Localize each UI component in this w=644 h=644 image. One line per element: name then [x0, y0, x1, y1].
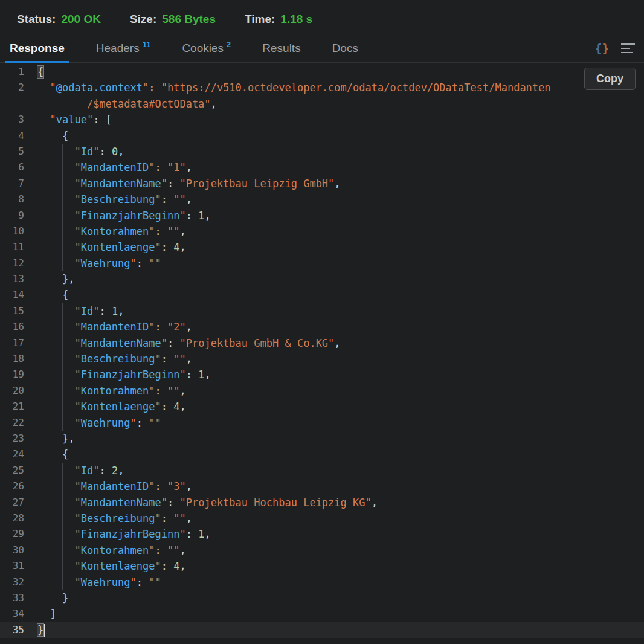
line-number: 26	[0, 478, 24, 494]
code-line: "MandantenID": "3",	[37, 478, 192, 494]
text-cursor	[44, 624, 45, 637]
status-label: Status:	[17, 13, 56, 25]
brace-left: {	[595, 42, 602, 55]
code-row: 27 "MandantenName": "Projektbau Hochbau …	[0, 495, 644, 510]
code-line: "Kontorahmen": "",	[37, 543, 186, 558]
line-number: 3	[0, 112, 24, 127]
line-number: 27	[0, 495, 24, 510]
code-line: "Beschreibung": "",	[37, 351, 192, 367]
line-number: 12	[0, 256, 24, 271]
code-line: {	[37, 64, 43, 80]
code-row: 33 }	[0, 590, 644, 606]
indent-guide	[62, 303, 63, 319]
line-number: 28	[0, 510, 24, 526]
copy-button[interactable]: Copy	[584, 68, 636, 90]
code-line: {	[37, 128, 68, 144]
code-area: 1{2 "@odata.context": "https://v510.octd…	[0, 64, 644, 638]
code-line: "MandantenID": "2",	[37, 319, 192, 335]
code-row: 12 "Waehrung": ""	[0, 256, 644, 271]
code-line: },	[37, 271, 74, 287]
code-row: 16 "MandantenID": "2",	[0, 319, 644, 335]
indent-guide	[62, 383, 63, 399]
indent-guide	[62, 224, 63, 239]
tab-docs[interactable]: Docs	[330, 35, 361, 62]
tab-results[interactable]: Results	[260, 35, 303, 62]
code-line: "Id": 1,	[37, 303, 124, 319]
tab-headers[interactable]: Headers 11	[94, 35, 153, 62]
code-row: 8 "Beschreibung": "",	[0, 192, 644, 207]
line-number: 24	[0, 446, 24, 462]
code-line: "Beschreibung": "",	[37, 510, 192, 526]
code-row: 4 {	[0, 128, 644, 144]
response-time: Time:1.18 s	[245, 13, 312, 26]
line-number: 35	[0, 622, 24, 638]
code-line: }	[37, 590, 68, 606]
response-size: Size:586 Bytes	[130, 13, 216, 26]
indent-guide	[62, 208, 63, 224]
line-number: 20	[0, 383, 24, 399]
indent-guide	[62, 176, 63, 192]
response-status-bar: Status:200 OK Size:586 Bytes Time:1.18 s	[0, 0, 644, 35]
code-row: 15 "Id": 1,	[0, 303, 644, 319]
headers-count-badge: 11	[143, 40, 151, 49]
code-row: 29 "FinanzjahrBeginn": 1,	[0, 526, 644, 542]
line-number: 25	[0, 463, 24, 478]
line-number: 2	[0, 80, 24, 95]
code-line: {	[37, 287, 68, 303]
code-row: 35}	[0, 622, 644, 638]
code-line: "Id": 0,	[37, 144, 124, 159]
line-number: 17	[0, 335, 24, 351]
line-number: 6	[0, 159, 24, 175]
tab-cookies-label: Cookies	[182, 42, 224, 55]
code-row: 25 "Id": 2,	[0, 463, 644, 478]
code-line: "Id": 2,	[37, 463, 124, 478]
code-row: 3 "value": [	[0, 112, 644, 127]
brace-right: }	[602, 42, 609, 55]
tab-response-label: Response	[10, 42, 65, 55]
indent-guide	[62, 256, 63, 271]
line-number: 22	[0, 415, 24, 431]
format-json-icon[interactable]: {}	[595, 42, 609, 55]
code-row: 22 "Waehrung": ""	[0, 415, 644, 431]
code-line: "@odata.context": "https://v510.octdevel…	[37, 80, 551, 95]
code-line: ]	[37, 606, 56, 622]
code-row: 2 "@odata.context": "https://v510.octdev…	[0, 80, 644, 95]
line-number: 30	[0, 543, 24, 558]
indent-guide	[62, 399, 63, 414]
response-body-editor[interactable]: Copy 1{2 "@odata.context": "https://v510…	[0, 63, 644, 644]
code-line: "Beschreibung": "",	[37, 192, 192, 207]
indent-guide	[62, 558, 63, 574]
line-wrap-icon[interactable]	[621, 43, 636, 53]
code-row: 21 "Kontenlaenge": 4,	[0, 399, 644, 414]
code-row: 18 "Beschreibung": "",	[0, 351, 644, 367]
code-line: "Kontenlaenge": 4,	[37, 239, 186, 255]
indent-guide	[62, 367, 63, 382]
code-row: 13 },	[0, 271, 644, 287]
indent-guide	[62, 351, 63, 367]
code-row: 17 "MandantenName": "Projektbau GmbH & C…	[0, 335, 644, 351]
line-number: 9	[0, 208, 24, 224]
response-tabbar: Response Headers 11 Cookies 2 Results Do…	[0, 35, 644, 63]
line-number: 11	[0, 239, 24, 255]
time-label: Time:	[245, 13, 275, 25]
code-row: 28 "Beschreibung": "",	[0, 510, 644, 526]
code-line: "Kontorahmen": "",	[37, 224, 186, 239]
line-number: 13	[0, 271, 24, 287]
line-number: 1	[0, 64, 24, 80]
code-row: 10 "Kontorahmen": "",	[0, 224, 644, 239]
code-row: 11 "Kontenlaenge": 4,	[0, 239, 644, 255]
status-code: Status:200 OK	[17, 13, 101, 26]
indent-guide	[62, 415, 63, 431]
tab-cookies[interactable]: Cookies 2	[179, 35, 233, 62]
matched-bracket: {	[37, 66, 43, 78]
code-row: 34 ]	[0, 606, 644, 622]
code-row: /$metadata#OctOData",	[0, 96, 644, 112]
tab-response[interactable]: Response	[7, 35, 67, 62]
tab-docs-label: Docs	[332, 42, 358, 55]
code-line: "MandantenID": "1",	[37, 159, 192, 175]
indent-guide	[62, 239, 63, 255]
line-number	[0, 96, 24, 112]
line-number: 15	[0, 303, 24, 319]
code-row: 14 {	[0, 287, 644, 303]
time-value: 1.18 s	[280, 13, 312, 25]
